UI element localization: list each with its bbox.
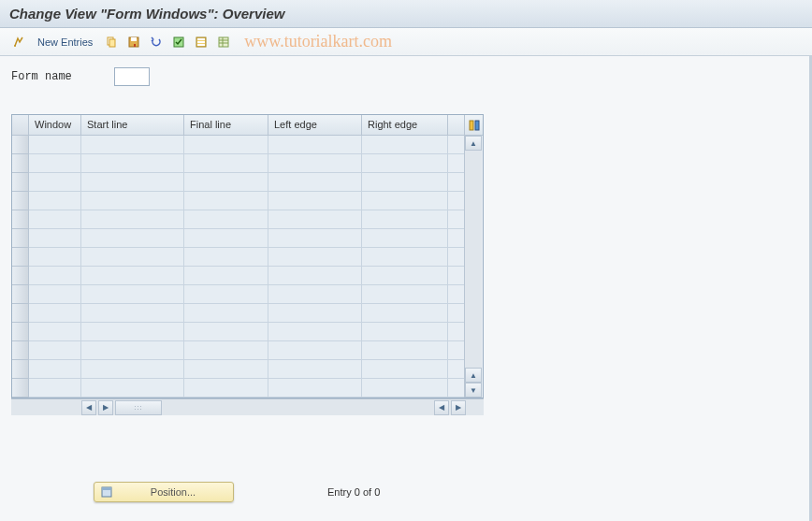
row-selector[interactable] bbox=[12, 192, 29, 210]
col-header-left-edge[interactable]: Left edge bbox=[268, 115, 362, 135]
svg-rect-18 bbox=[102, 487, 111, 490]
position-icon bbox=[100, 485, 113, 499]
table-row[interactable] bbox=[29, 136, 464, 154]
table-settings-icon[interactable] bbox=[214, 33, 233, 51]
table-row[interactable] bbox=[29, 173, 464, 192]
table-row[interactable] bbox=[29, 248, 464, 267]
table-grid: Window Start line Final line Left edge R… bbox=[11, 114, 484, 398]
row-selector[interactable] bbox=[12, 229, 29, 248]
col-header-right-edge[interactable]: Right edge bbox=[362, 115, 448, 135]
copy-icon[interactable] bbox=[102, 33, 121, 51]
row-selector[interactable] bbox=[12, 304, 29, 323]
row-selector[interactable] bbox=[12, 154, 29, 173]
scroll-drag-handle[interactable]: ::: bbox=[115, 400, 162, 415]
col-header-window[interactable]: Window bbox=[29, 115, 81, 135]
table-row[interactable] bbox=[29, 229, 464, 248]
svg-rect-5 bbox=[134, 44, 136, 47]
row-selector[interactable] bbox=[12, 210, 29, 229]
watermark: www.tutorialkart.com bbox=[244, 32, 392, 51]
row-selector[interactable] bbox=[12, 173, 29, 192]
content-area: Form name bbox=[0, 56, 812, 427]
scroll-down-icon[interactable]: ▲ bbox=[465, 368, 482, 383]
toolbar: New Entries www.tutorialkart.com bbox=[0, 28, 812, 56]
select-all-corner[interactable] bbox=[12, 115, 29, 136]
col-header-start-line[interactable]: Start line bbox=[81, 115, 184, 135]
table-row[interactable] bbox=[29, 285, 464, 304]
deselect-all-icon[interactable] bbox=[192, 33, 210, 51]
grid-body bbox=[29, 136, 464, 398]
config-column: ▲ ▲ ▼ bbox=[464, 115, 483, 398]
grid-header: Window Start line Final line Left edge R… bbox=[29, 115, 464, 136]
row-selector[interactable] bbox=[12, 323, 29, 341]
page-title: Change View "Form Windows": Overview bbox=[9, 6, 284, 22]
row-selector[interactable] bbox=[12, 285, 29, 304]
svg-rect-2 bbox=[109, 39, 115, 47]
svg-rect-15 bbox=[470, 121, 473, 130]
svg-rect-4 bbox=[131, 37, 137, 41]
svg-rect-16 bbox=[475, 121, 479, 130]
table-row[interactable] bbox=[29, 360, 464, 379]
table-row[interactable] bbox=[29, 304, 464, 323]
grid-main: Window Start line Final line Left edge R… bbox=[29, 115, 464, 398]
scroll-track[interactable] bbox=[465, 151, 482, 368]
svg-rect-10 bbox=[197, 44, 205, 46]
table-row[interactable] bbox=[29, 323, 464, 341]
scroll-right-icon[interactable]: ▶ bbox=[98, 400, 113, 415]
vertical-scrollbar[interactable]: ▲ ▲ ▼ bbox=[465, 136, 482, 398]
footer-row: Position... Entry 0 of 0 bbox=[94, 482, 380, 502]
row-selector[interactable] bbox=[12, 248, 29, 267]
form-name-input[interactable] bbox=[114, 67, 150, 86]
table-row[interactable] bbox=[29, 154, 464, 173]
position-button[interactable]: Position... bbox=[94, 482, 234, 502]
row-selector[interactable] bbox=[12, 360, 29, 379]
svg-rect-11 bbox=[219, 37, 228, 47]
row-selectors bbox=[12, 115, 29, 398]
row-selector[interactable] bbox=[12, 267, 29, 285]
form-name-label: Form name bbox=[11, 70, 105, 83]
scroll-left-end-icon[interactable]: ◀ bbox=[434, 400, 449, 415]
row-selector[interactable] bbox=[12, 379, 29, 398]
table-row[interactable] bbox=[29, 210, 464, 229]
svg-rect-8 bbox=[197, 38, 205, 40]
save-icon[interactable] bbox=[124, 33, 143, 51]
col-header-final-line[interactable]: Final line bbox=[184, 115, 268, 135]
title-bar: Change View "Form Windows": Overview bbox=[0, 0, 812, 28]
table-row[interactable] bbox=[29, 192, 464, 210]
select-all-icon[interactable] bbox=[169, 33, 188, 51]
row-selector[interactable] bbox=[12, 341, 29, 360]
table-row[interactable] bbox=[29, 379, 464, 398]
scroll-right-end-icon[interactable]: ▶ bbox=[451, 400, 466, 415]
scroll-up-icon[interactable]: ▲ bbox=[465, 136, 482, 151]
horizontal-scrollbar[interactable]: ◀ ▶ ::: ◀ ▶ bbox=[11, 398, 484, 415]
svg-point-0 bbox=[14, 45, 16, 47]
toggle-icon[interactable] bbox=[9, 33, 28, 51]
table-row[interactable] bbox=[29, 267, 464, 285]
entry-count-text: Entry 0 of 0 bbox=[327, 486, 380, 498]
row-selector[interactable] bbox=[12, 136, 29, 154]
new-entries-button[interactable]: New Entries bbox=[32, 36, 98, 48]
position-label: Position... bbox=[119, 486, 227, 498]
table-row[interactable] bbox=[29, 341, 464, 360]
scroll-left-icon[interactable]: ◀ bbox=[81, 400, 96, 415]
scroll-down-icon[interactable]: ▼ bbox=[465, 383, 482, 398]
form-name-row: Form name bbox=[11, 67, 801, 86]
table-config-icon[interactable] bbox=[465, 115, 483, 136]
svg-rect-9 bbox=[197, 41, 205, 43]
table-container: Window Start line Final line Left edge R… bbox=[11, 114, 484, 415]
undo-icon[interactable] bbox=[147, 33, 166, 51]
